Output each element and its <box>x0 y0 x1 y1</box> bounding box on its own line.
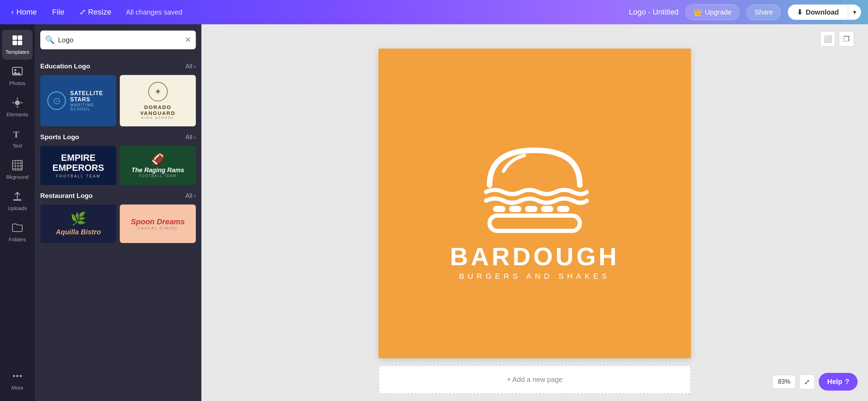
template-card-satellite[interactable]: ⊙ SATELLITE STARS MARITIME SCHOOL <box>40 75 116 126</box>
satellite-subtitle: MARITIME SCHOOL <box>70 103 109 111</box>
help-button[interactable]: Help ? <box>819 373 858 391</box>
sidebar-item-folders[interactable]: Folders <box>2 217 33 247</box>
svg-rect-24 <box>490 216 580 231</box>
document-title: Logo - Untitled <box>629 8 678 17</box>
bottom-controls: 83% ⤢ Help ? <box>773 373 858 391</box>
share-button[interactable]: Share <box>746 5 781 20</box>
svg-rect-23 <box>557 206 569 212</box>
svg-rect-3 <box>18 41 22 45</box>
frame-tool-button[interactable]: ⬜ <box>820 31 835 47</box>
svg-point-5 <box>14 69 16 71</box>
rams-subtitle: FOOTBALL TEAM <box>131 174 184 178</box>
sidebar-item-templates[interactable]: Templates <box>2 30 33 60</box>
add-page-label: + Add a new page <box>507 376 563 383</box>
aquilla-title: Aquilla Bistro <box>56 228 101 236</box>
help-question-icon: ? <box>845 378 849 386</box>
sports-template-grid: EMPIREEMPERORS FOOTBALL TEAM 🏈 The Ragin… <box>40 146 196 185</box>
templates-label: Templates <box>6 49 29 55</box>
share-label: Share <box>754 8 773 16</box>
elements-label: Elements <box>7 111 28 117</box>
icon-sidebar: Templates Photos Elements T Text Bkgroun… <box>0 24 35 401</box>
top-navigation: ‹ Home File ⤢ Resize All changes saved L… <box>0 0 868 24</box>
upgrade-button[interactable]: 👑 Upgrade <box>685 4 740 20</box>
brand-name: BARDOUGH <box>450 244 619 269</box>
svg-point-6 <box>15 100 20 105</box>
frame-icon: ⬜ <box>824 35 832 43</box>
zoom-level-display: 83% <box>773 375 795 389</box>
sidebar-item-background[interactable]: Bkground <box>2 155 33 185</box>
download-icon: ⬇ <box>797 8 803 16</box>
svg-rect-15 <box>13 199 22 201</box>
svg-rect-21 <box>525 206 537 212</box>
chevron-right-icon: › <box>194 192 196 200</box>
add-new-page-button[interactable]: + Add a new page <box>378 365 691 394</box>
education-all-button[interactable]: All › <box>185 63 196 70</box>
burger-illustration <box>469 126 601 237</box>
template-sections: Education Logo All › ⊙ SATELLITE STARS M… <box>35 56 201 401</box>
home-button[interactable]: ‹ Home <box>7 5 41 19</box>
text-icon: T <box>12 128 23 141</box>
chevron-left-icon: ‹ <box>11 8 14 17</box>
download-group: ⬇ Download ▾ <box>788 5 861 20</box>
rams-title: The Raging Rams <box>131 167 184 174</box>
sidebar-item-text[interactable]: T Text <box>2 124 33 153</box>
home-label: Home <box>16 8 37 17</box>
svg-rect-22 <box>541 206 553 212</box>
file-menu-button[interactable]: File <box>48 5 68 19</box>
template-card-aquilla[interactable]: 🌿 Aquilla Bistro <box>40 204 116 243</box>
search-bar: 🔍 ✕ <box>40 31 196 49</box>
restaurant-all-button[interactable]: All › <box>185 192 196 200</box>
download-button[interactable]: ⬇ Download <box>788 5 848 20</box>
logo-canvas[interactable]: BARDOUGH BURGERS AND SHAKES <box>378 49 691 358</box>
uploads-label: Uploads <box>8 205 27 211</box>
duplicate-icon: ❐ <box>843 35 850 43</box>
dorado-title: DORADO VANGUARD <box>127 104 189 116</box>
sidebar-item-uploads[interactable]: Uploads <box>2 186 33 216</box>
collapse-panel-button[interactable]: ‹ <box>199 204 201 222</box>
restaurant-section-title: Restaurant Logo <box>40 192 93 200</box>
resize-label: Resize <box>88 8 111 17</box>
main-layout: Templates Photos Elements T Text Bkgroun… <box>0 24 868 401</box>
education-template-grid: ⊙ SATELLITE STARS MARITIME SCHOOL ✦ DORA… <box>40 75 196 126</box>
svg-point-18 <box>20 375 22 377</box>
satellite-circle-icon: ⊙ <box>47 91 66 110</box>
template-card-dorado[interactable]: ✦ DORADO VANGUARD HIGH SCHOOL <box>120 75 196 126</box>
download-options-button[interactable]: ▾ <box>848 5 861 20</box>
sidebar-item-photos[interactable]: Photos <box>2 61 33 91</box>
elements-icon <box>12 97 23 109</box>
background-label: Bkground <box>6 174 28 180</box>
sports-section-header: Sports Logo All › <box>40 133 196 141</box>
template-card-empire[interactable]: EMPIREEMPERORS FOOTBALL TEAM <box>40 146 116 185</box>
photos-icon <box>12 66 23 78</box>
svg-rect-2 <box>12 41 17 45</box>
spoon-subtitle: CASUAL DINING <box>131 226 185 230</box>
folders-label: Folders <box>9 236 26 242</box>
svg-rect-20 <box>509 206 521 212</box>
restaurant-template-grid: 🌿 Aquilla Bistro Spoon Dreams CASUAL DIN… <box>40 204 196 243</box>
more-label: More <box>11 385 23 391</box>
duplicate-tool-button[interactable]: ❐ <box>839 31 854 47</box>
template-card-rams[interactable]: 🏈 The Raging Rams FOOTBALL TEAM <box>120 146 196 185</box>
crown-icon: 👑 <box>693 8 702 16</box>
template-card-spoon[interactable]: Spoon Dreams CASUAL DINING <box>120 204 196 243</box>
search-input[interactable] <box>58 36 181 44</box>
text-label: Text <box>12 143 22 149</box>
svg-point-17 <box>16 375 18 377</box>
zoom-expand-button[interactable]: ⤢ <box>800 375 815 389</box>
satellite-title: SATELLITE STARS <box>70 90 109 103</box>
chevron-right-icon: › <box>194 63 196 70</box>
upgrade-label: Upgrade <box>705 8 732 16</box>
autosave-status: All changes saved <box>126 8 182 16</box>
education-section-header: Education Logo All › <box>40 62 196 70</box>
canvas-area: ⬜ ❐ <box>201 24 868 401</box>
clear-search-button[interactable]: ✕ <box>185 35 191 44</box>
canvas-toolbar: ⬜ ❐ <box>820 31 854 47</box>
dorado-circle-icon: ✦ <box>148 82 168 101</box>
sidebar-item-more[interactable]: More <box>2 366 33 395</box>
sidebar-item-elements[interactable]: Elements <box>2 92 33 122</box>
background-icon <box>12 160 23 172</box>
sports-all-button[interactable]: All › <box>185 134 196 141</box>
svg-rect-19 <box>493 206 506 212</box>
templates-icon <box>12 35 23 47</box>
resize-button[interactable]: ⤢ Resize <box>75 5 115 19</box>
